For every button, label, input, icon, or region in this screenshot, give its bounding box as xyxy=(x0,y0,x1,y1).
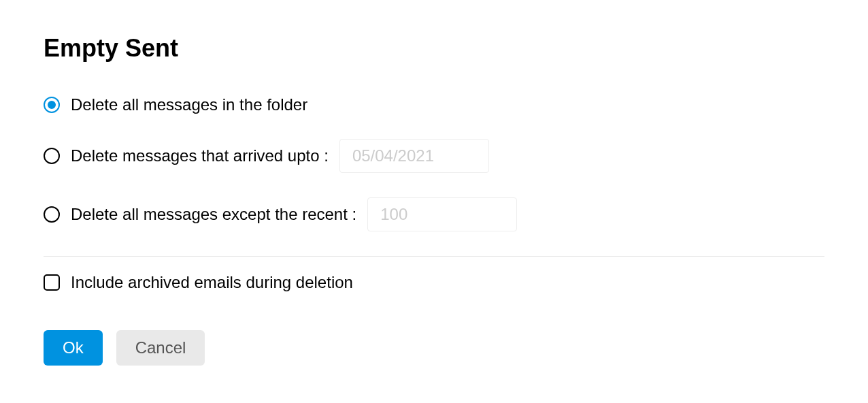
option-delete-except-recent: Delete all messages except the recent : xyxy=(44,197,824,231)
button-row: Ok Cancel xyxy=(44,330,824,366)
date-input[interactable] xyxy=(339,139,489,173)
checkbox-include-archived[interactable] xyxy=(44,274,60,291)
radio-dot-icon xyxy=(48,101,56,109)
empty-sent-dialog: Empty Sent Delete all messages in the fo… xyxy=(0,0,868,403)
label-delete-upto: Delete messages that arrived upto : xyxy=(71,146,329,165)
radio-delete-upto[interactable] xyxy=(44,148,60,164)
option-delete-all: Delete all messages in the folder xyxy=(44,95,824,114)
option-include-archived: Include archived emails during deletion xyxy=(44,273,824,292)
radio-delete-except-recent[interactable] xyxy=(44,206,60,223)
label-include-archived: Include archived emails during deletion xyxy=(71,273,353,292)
radio-delete-all[interactable] xyxy=(44,97,60,113)
option-delete-upto: Delete messages that arrived upto : xyxy=(44,139,824,173)
divider xyxy=(44,256,824,257)
count-input[interactable] xyxy=(367,197,517,231)
ok-button[interactable]: Ok xyxy=(44,330,103,366)
dialog-title: Empty Sent xyxy=(44,34,824,63)
label-delete-all: Delete all messages in the folder xyxy=(71,95,307,114)
cancel-button[interactable]: Cancel xyxy=(116,330,205,366)
label-delete-except-recent: Delete all messages except the recent : xyxy=(71,205,356,224)
